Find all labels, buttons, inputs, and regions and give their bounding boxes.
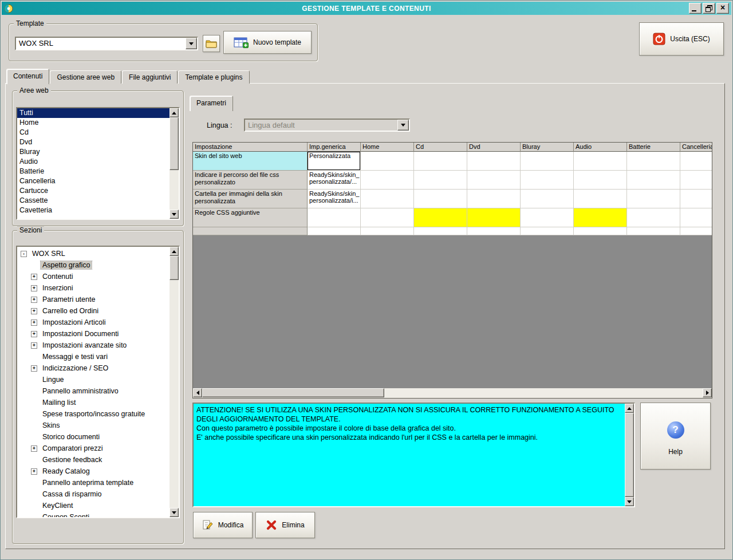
list-item[interactable]: Cassette bbox=[17, 196, 170, 206]
grid-cell-setting[interactable]: Indicare il percorso del file css person… bbox=[193, 171, 308, 190]
tree-item[interactable]: Lingue bbox=[17, 374, 170, 385]
grid-cell[interactable] bbox=[361, 208, 414, 227]
minimize-button[interactable] bbox=[689, 3, 702, 14]
grid-cell[interactable] bbox=[680, 208, 712, 227]
grid-cell[interactable] bbox=[627, 190, 680, 208]
scroll-down-button[interactable] bbox=[170, 508, 179, 517]
tree-scrollbar[interactable] bbox=[170, 247, 179, 517]
grid-horizontal-scrollbar[interactable] bbox=[193, 388, 712, 398]
grid-cell[interactable] bbox=[574, 152, 627, 171]
tree-item[interactable]: Messaggi e testi vari bbox=[17, 351, 170, 362]
grid-cell-setting[interactable]: Skin del sito web bbox=[193, 152, 308, 171]
tree-item[interactable]: KeyClient bbox=[17, 500, 170, 511]
info-scrollbar[interactable] bbox=[625, 404, 634, 506]
list-item[interactable]: Cancelleria bbox=[17, 176, 170, 186]
grid-cell-value[interactable]: ReadySkins/skin_ personalizzata/i... bbox=[308, 190, 361, 208]
scroll-down-button[interactable] bbox=[625, 497, 634, 506]
grid-cell[interactable] bbox=[680, 152, 712, 171]
tree-item[interactable]: +Impostazioni Documenti bbox=[17, 328, 170, 340]
tree-item[interactable]: +Indicizzazione / SEO bbox=[17, 362, 170, 374]
close-button[interactable]: × bbox=[716, 3, 729, 14]
grid-cell[interactable] bbox=[627, 208, 680, 227]
scrollbar-thumb[interactable] bbox=[170, 256, 179, 280]
tab-file-aggiuntivi[interactable]: File aggiuntivi bbox=[122, 70, 178, 84]
column-header[interactable]: Audio bbox=[574, 143, 627, 152]
grid-cell[interactable] bbox=[680, 171, 712, 190]
expand-icon[interactable]: + bbox=[31, 468, 37, 475]
grid-cell[interactable] bbox=[414, 171, 467, 190]
tree-item[interactable]: Mailing list bbox=[17, 397, 170, 408]
elimina-button[interactable]: Elimina bbox=[255, 512, 315, 538]
help-button[interactable]: ? Help bbox=[640, 403, 711, 470]
list-item[interactable]: Cartucce bbox=[17, 186, 170, 196]
expand-icon[interactable]: + bbox=[31, 285, 37, 291]
lingua-combobox[interactable]: Lingua default bbox=[244, 119, 410, 132]
column-header[interactable]: Impostazione bbox=[193, 143, 308, 152]
tree-item[interactable]: +Comparatori prezzi bbox=[17, 443, 170, 454]
scrollbar-thumb[interactable] bbox=[625, 413, 634, 497]
expand-icon[interactable]: + bbox=[31, 342, 37, 349]
grid-cell[interactable] bbox=[574, 190, 627, 208]
grid-cell-value[interactable]: Personalizzata bbox=[308, 152, 361, 171]
uscita-button[interactable]: Uscita (ESC) bbox=[639, 22, 724, 56]
scroll-left-button[interactable] bbox=[193, 388, 202, 397]
grid-cell-highlighted[interactable] bbox=[467, 208, 521, 227]
grid-cell[interactable] bbox=[521, 227, 574, 235]
list-item[interactable]: Bluray bbox=[17, 147, 170, 157]
scroll-down-button[interactable] bbox=[170, 210, 179, 219]
grid-cell[interactable] bbox=[521, 152, 574, 171]
grid-cell[interactable] bbox=[467, 227, 521, 235]
grid-cell[interactable] bbox=[361, 152, 414, 171]
column-header[interactable]: Cancelleria bbox=[680, 143, 712, 152]
tree-item[interactable]: +Contenuti bbox=[17, 271, 170, 282]
grid-cell[interactable] bbox=[627, 227, 680, 235]
tab-contenuti[interactable]: Contenuti bbox=[6, 69, 49, 84]
grid-cell[interactable] bbox=[361, 190, 414, 208]
scrollbar-thumb[interactable] bbox=[202, 388, 384, 397]
grid-cell[interactable] bbox=[414, 190, 467, 208]
column-header[interactable]: Home bbox=[361, 143, 414, 152]
expand-icon[interactable]: + bbox=[31, 297, 37, 303]
tree-item[interactable]: +Carrello ed Ordini bbox=[17, 305, 170, 317]
tree-item[interactable]: +Ready Catalog bbox=[17, 466, 170, 477]
column-header[interactable]: Batterie bbox=[627, 143, 680, 152]
grid-cell-setting[interactable]: Cartella per immagini della skin persona… bbox=[193, 190, 308, 208]
grid-cell[interactable] bbox=[467, 152, 521, 171]
grid-cell[interactable] bbox=[521, 190, 574, 208]
grid-cell[interactable] bbox=[627, 152, 680, 171]
tab-template-e-plugins[interactable]: Template e plugins bbox=[178, 70, 249, 84]
tree-item[interactable]: +Impostazioni Articoli bbox=[17, 317, 170, 328]
expand-icon[interactable]: + bbox=[31, 445, 37, 452]
parameter-info-box[interactable]: ATTENZIONE! SE SI UTILIZZA UNA SKIN PERS… bbox=[192, 403, 635, 507]
scroll-up-button[interactable] bbox=[625, 404, 634, 413]
list-item[interactable]: Dvd bbox=[17, 137, 170, 147]
aree-web-listbox[interactable]: Tutti Home Cd Dvd Bluray Audio Batterie … bbox=[16, 107, 180, 220]
grid-cell[interactable] bbox=[574, 171, 627, 190]
column-header[interactable]: Dvd bbox=[467, 143, 521, 152]
expand-icon[interactable]: + bbox=[31, 331, 37, 337]
column-header[interactable]: Bluray bbox=[521, 143, 574, 152]
column-header[interactable]: Cd bbox=[414, 143, 467, 152]
grid-cell[interactable] bbox=[521, 171, 574, 190]
grid-cell-setting[interactable]: Regole CSS aggiuntive bbox=[193, 208, 308, 227]
restore-button[interactable] bbox=[703, 3, 715, 14]
grid-cell-highlighted[interactable] bbox=[414, 208, 467, 227]
list-item[interactable]: Cd bbox=[17, 128, 170, 137]
tree-item[interactable]: +Impostazioni avanzate sito bbox=[17, 340, 170, 351]
list-item[interactable]: Audio bbox=[17, 157, 170, 167]
template-combobox-arrow[interactable] bbox=[186, 38, 197, 49]
tab-gestione-aree-web[interactable]: Gestione aree web bbox=[50, 70, 121, 84]
lingua-combobox-arrow[interactable] bbox=[397, 120, 409, 131]
column-header[interactable]: Imp.generica bbox=[308, 143, 361, 152]
grid-cell[interactable] bbox=[361, 171, 414, 190]
tree-item[interactable]: Cassa di risparmio bbox=[17, 488, 170, 500]
grid-cell-highlighted[interactable] bbox=[574, 208, 627, 227]
grid-cell[interactable] bbox=[574, 227, 627, 235]
scroll-up-button[interactable] bbox=[170, 108, 179, 117]
grid-cell[interactable] bbox=[361, 227, 414, 235]
grid-cell[interactable] bbox=[521, 208, 574, 227]
list-item[interactable]: Batterie bbox=[17, 167, 170, 176]
collapse-icon[interactable]: - bbox=[21, 251, 27, 257]
grid-cell[interactable] bbox=[467, 190, 521, 208]
modifica-button[interactable]: Modifica bbox=[193, 512, 253, 538]
